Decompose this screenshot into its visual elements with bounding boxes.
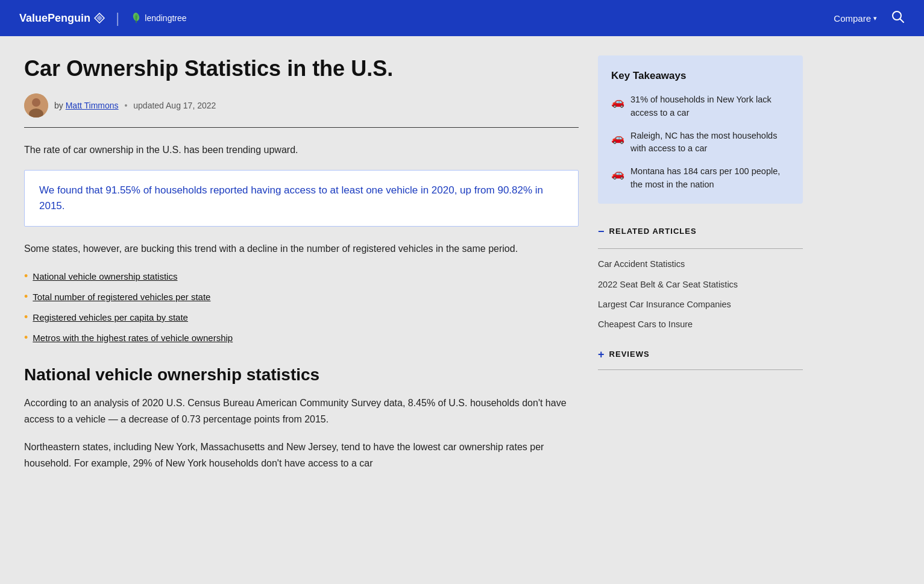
toc-item-4: • Metros with the highest rates of vehic… bbox=[24, 331, 579, 345]
kt-text-1: 31% of households in New York lack acces… bbox=[630, 93, 790, 120]
svg-line-6 bbox=[900, 19, 904, 22]
ra-link-2[interactable]: 2022 Seat Belt & Car Seat Statistics bbox=[598, 278, 803, 292]
key-takeaways-box: Key Takeaways 🚗 31% of households in New… bbox=[598, 55, 803, 204]
section-paragraph-2: Northeastern states, including New York,… bbox=[24, 439, 579, 471]
highlight-box: We found that 91.55% of households repor… bbox=[24, 170, 579, 227]
lendingtree-logo: lendingtree bbox=[130, 11, 186, 25]
toc-item-1: • National vehicle ownership statistics bbox=[24, 269, 579, 284]
ra-link-3[interactable]: Largest Car Insurance Companies bbox=[598, 298, 803, 312]
lendingtree-text: lendingtree bbox=[145, 11, 186, 25]
header-nav: Compare ▾ bbox=[834, 10, 905, 27]
search-button[interactable] bbox=[891, 10, 905, 27]
avatar-image bbox=[24, 93, 48, 118]
toc-bullet-2: • bbox=[24, 290, 28, 304]
toc-link-4[interactable]: Metros with the highest rates of vehicle… bbox=[33, 331, 233, 345]
toc-bullet-3: • bbox=[24, 310, 28, 324]
kt-text-3: Montana has 184 cars per 100 people, the… bbox=[630, 165, 790, 192]
by-text: by bbox=[54, 101, 63, 110]
site-header: ValuePenguin | lendingtree Compare ▾ bbox=[0, 0, 924, 36]
body-paragraph-1: Some states, however, are bucking this t… bbox=[24, 241, 579, 257]
key-takeaways-title: Key Takeaways bbox=[611, 68, 790, 84]
search-icon bbox=[891, 10, 905, 24]
kt-item-2: 🚗 Raleigh, NC has the most households wi… bbox=[611, 130, 790, 156]
intro-paragraph: The rate of car ownership in the U.S. ha… bbox=[24, 142, 579, 158]
logo-text: ValuePenguin bbox=[19, 10, 90, 27]
compare-label: Compare bbox=[834, 13, 871, 24]
related-articles-divider bbox=[598, 248, 803, 249]
lendingtree-leaf-icon bbox=[130, 12, 142, 24]
car-icon-2: 🚗 bbox=[611, 130, 624, 146]
car-icon-1: 🚗 bbox=[611, 94, 624, 110]
kt-item-3: 🚗 Montana has 184 cars per 100 people, t… bbox=[611, 165, 790, 192]
avatar bbox=[24, 93, 48, 118]
sidebar: Key Takeaways 🚗 31% of households in New… bbox=[598, 55, 803, 483]
author-row: by Matt Timmons • updated Aug 17, 2022 bbox=[24, 93, 579, 118]
logo-divider: | bbox=[116, 7, 119, 30]
kt-item-1: 🚗 31% of households in New York lack acc… bbox=[611, 93, 790, 120]
toc-bullet-4: • bbox=[24, 331, 28, 345]
reviews-box: + REVIEWS bbox=[598, 344, 803, 370]
page-container: Car Ownership Statistics in the U.S. by … bbox=[0, 36, 924, 507]
related-articles-toggle[interactable]: − bbox=[598, 223, 605, 240]
section-paragraph-1: According to an analysis of 2020 U.S. Ce… bbox=[24, 395, 579, 427]
toc-item-2: • Total number of registered vehicles pe… bbox=[24, 290, 579, 304]
author-separator: • bbox=[124, 101, 127, 110]
section-heading: National vehicle ownership statistics bbox=[24, 365, 579, 385]
car-icon-3: 🚗 bbox=[611, 166, 624, 182]
page-title: Car Ownership Statistics in the U.S. bbox=[24, 55, 579, 81]
chevron-down-icon: ▾ bbox=[873, 14, 877, 22]
related-articles-title: RELATED ARTICLES bbox=[609, 225, 697, 238]
author-meta: by Matt Timmons • updated Aug 17, 2022 bbox=[54, 99, 216, 112]
header-logo-area: ValuePenguin | lendingtree bbox=[19, 7, 187, 30]
reviews-title: REVIEWS bbox=[609, 348, 650, 361]
reviews-header: + REVIEWS bbox=[598, 346, 803, 363]
toc-item-3: • Registered vehicles per capita by stat… bbox=[24, 310, 579, 325]
kt-text-2: Raleigh, NC has the most households with… bbox=[630, 130, 790, 156]
toc-link-1[interactable]: National vehicle ownership statistics bbox=[33, 269, 177, 284]
ra-link-1[interactable]: Car Accident Statistics bbox=[598, 257, 803, 271]
related-articles-header: − RELATED ARTICLES bbox=[598, 223, 803, 240]
toc-link-2[interactable]: Total number of registered vehicles per … bbox=[33, 290, 210, 304]
related-articles-box: − RELATED ARTICLES Car Accident Statisti… bbox=[598, 221, 803, 332]
toc-bullet-1: • bbox=[24, 269, 28, 283]
reviews-divider bbox=[598, 369, 803, 370]
ra-link-4[interactable]: Cheapest Cars to Insure bbox=[598, 318, 803, 331]
author-updated: updated Aug 17, 2022 bbox=[133, 101, 216, 110]
main-content: Car Ownership Statistics in the U.S. by … bbox=[24, 55, 579, 483]
toc-list: • National vehicle ownership statistics … bbox=[24, 269, 579, 345]
svg-point-8 bbox=[32, 98, 40, 107]
highlight-text: We found that 91.55% of households repor… bbox=[39, 183, 564, 215]
header-divider bbox=[24, 127, 579, 128]
toc-link-3[interactable]: Registered vehicles per capita by state bbox=[33, 310, 188, 325]
reviews-toggle[interactable]: + bbox=[598, 346, 605, 363]
valuepenguin-logo: ValuePenguin bbox=[19, 10, 105, 27]
logo-diamond-icon bbox=[94, 13, 105, 24]
author-name-link[interactable]: Matt Timmons bbox=[66, 101, 119, 110]
compare-button[interactable]: Compare ▾ bbox=[834, 13, 877, 24]
